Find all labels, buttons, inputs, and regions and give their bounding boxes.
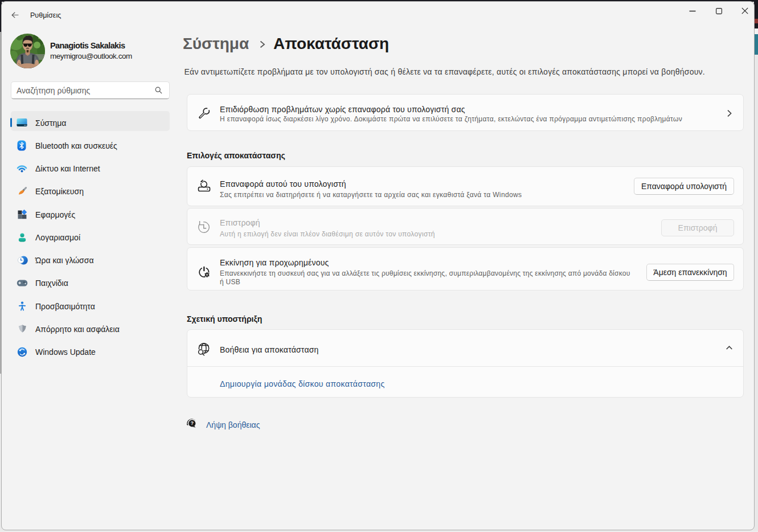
svg-text:?: ? xyxy=(191,420,194,426)
